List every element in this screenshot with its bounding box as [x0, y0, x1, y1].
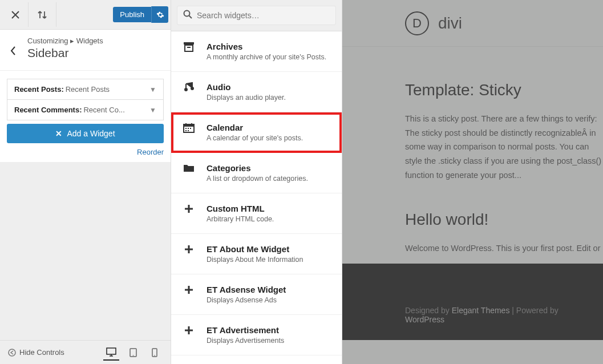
breadcrumb: Customizing ▸ Widgets — [27, 37, 159, 45]
svg-point-5 — [154, 355, 155, 356]
widget-row[interactable]: Recent Posts: Recent Posts ▼ — [7, 79, 164, 100]
customizer-topbar: Publish — [0, 0, 171, 30]
widget-item-description: Displays an audio player. — [207, 94, 334, 102]
widget-item-description: Arbitrary HTML code. — [207, 215, 334, 223]
search-icon — [183, 10, 192, 21]
widget-item-description: A list or dropdown of categories. — [207, 175, 334, 183]
widget-text: Custom HTMLArbitrary HTML code. — [207, 204, 334, 223]
publish-group: Publish — [113, 6, 168, 23]
available-widget-item[interactable]: ET Adsense WidgetDisplays Adsense Ads — [171, 274, 342, 315]
preview-pane: D divi Template: Sticky This is a sticky… — [342, 0, 603, 364]
svg-rect-1 — [107, 348, 116, 354]
widget-row-subtitle: Recent Co... — [83, 106, 124, 114]
search-input[interactable] — [197, 11, 330, 20]
widget-item-title: Calendar — [207, 123, 334, 132]
plus-icon — [181, 204, 196, 214]
widget-item-description: A monthly archive of your site's Posts. — [207, 53, 334, 61]
widget-item-description: Displays About Me Information — [207, 256, 334, 264]
svg-point-6 — [184, 11, 190, 17]
search-container — [171, 0, 342, 31]
hide-controls-button[interactable]: Hide Controls — [8, 348, 64, 357]
back-button[interactable] — [2, 40, 24, 62]
widget-text: ET Adsense WidgetDisplays Adsense Ads — [207, 285, 334, 304]
widget-item-description: Displays Advertisements — [207, 337, 334, 345]
panel-body: Recent Posts: Recent Posts ▼ Recent Comm… — [0, 71, 171, 162]
available-widget-item[interactable]: AudioDisplays an audio player. — [171, 72, 342, 112]
available-widget-item[interactable]: ET AdvertisementDisplays Advertisements — [171, 315, 342, 355]
available-widget-item[interactable]: GalleryDisplays an image gallery. — [171, 355, 342, 364]
widget-row[interactable]: Recent Comments: Recent Co... ▼ — [7, 99, 164, 120]
widget-item-title: ET Adsense Widget — [207, 285, 334, 294]
svg-rect-13 — [188, 128, 189, 129]
svg-rect-7 — [184, 42, 194, 45]
svg-rect-15 — [185, 130, 187, 131]
widget-text: ET AdvertisementDisplays Advertisements — [207, 325, 334, 345]
panel-title: Sidebar — [27, 46, 159, 60]
widget-text: AudioDisplays an audio player. — [207, 82, 334, 102]
widget-item-title: Archives — [207, 42, 334, 51]
widget-row-subtitle: Recent Posts — [66, 85, 110, 94]
device-mobile-button[interactable] — [147, 345, 163, 361]
reorder-link-wrap: Reorder — [7, 148, 164, 156]
svg-rect-8 — [185, 45, 193, 51]
panel-header: Customizing ▸ Widgets Sidebar — [0, 30, 171, 71]
widget-row-title: Recent Posts: — [14, 85, 64, 94]
widget-text: CalendarA calendar of your site's posts. — [207, 123, 334, 142]
plus-icon — [181, 244, 196, 254]
widget-item-title: ET Advertisement — [207, 325, 334, 335]
svg-rect-9 — [187, 47, 191, 48]
widget-item-description: A calendar of your site's posts. — [207, 134, 334, 142]
svg-point-3 — [132, 355, 133, 356]
customizer-sidebar: Publish Customizing ▸ Widgets Sidebar Re… — [0, 0, 171, 364]
available-widget-item[interactable]: Custom HTMLArbitrary HTML code. — [171, 193, 342, 234]
publish-settings-button[interactable] — [151, 6, 168, 23]
available-widget-item[interactable]: ET About Me WidgetDisplays About Me Info… — [171, 234, 342, 274]
svg-rect-16 — [188, 130, 189, 131]
chevron-down-icon: ▼ — [149, 106, 156, 114]
svg-point-0 — [9, 349, 15, 356]
archives-icon — [181, 42, 196, 52]
search-field-wrap[interactable] — [177, 6, 336, 25]
available-widget-item[interactable]: ArchivesA monthly archive of your site's… — [171, 31, 342, 72]
plus-icon — [181, 325, 196, 335]
svg-rect-14 — [190, 128, 191, 129]
widget-item-title: ET About Me Widget — [207, 244, 334, 254]
publish-button[interactable]: Publish — [113, 7, 151, 22]
hide-controls-label: Hide Controls — [19, 348, 64, 357]
calendar-icon — [181, 123, 196, 133]
add-widget-label: Add a Widget — [67, 129, 115, 138]
customizer-footer: Hide Controls — [0, 340, 171, 364]
widget-picker: ArchivesA monthly archive of your site's… — [171, 0, 342, 364]
device-tablet-button[interactable] — [125, 345, 141, 361]
categories-icon — [181, 163, 196, 172]
add-widget-button[interactable]: ✕ Add a Widget — [7, 124, 164, 143]
close-button[interactable] — [2, 2, 28, 27]
widget-item-title: Categories — [207, 163, 334, 173]
reorder-link[interactable]: Reorder — [137, 148, 164, 156]
plus-icon — [181, 285, 196, 295]
widget-item-title: Custom HTML — [207, 204, 334, 213]
widget-text: ET About Me WidgetDisplays About Me Info… — [207, 244, 334, 264]
available-widget-item[interactable]: CalendarA calendar of your site's posts. — [171, 112, 342, 153]
audio-icon — [181, 82, 196, 92]
widget-text: CategoriesA list or dropdown of categori… — [207, 163, 334, 183]
widget-item-description: Displays Adsense Ads — [207, 296, 334, 304]
svg-rect-12 — [185, 128, 187, 129]
divider — [56, 2, 56, 27]
widget-text: ArchivesA monthly archive of your site's… — [207, 42, 334, 61]
available-widget-list: ArchivesA monthly archive of your site's… — [171, 31, 342, 364]
close-icon: ✕ — [55, 129, 62, 138]
available-widget-item[interactable]: CategoriesA list or dropdown of categori… — [171, 153, 342, 193]
chevron-down-icon: ▼ — [149, 86, 156, 94]
preview-dim-overlay — [342, 0, 603, 364]
sort-icon[interactable] — [29, 2, 56, 27]
widget-item-title: Audio — [207, 82, 334, 92]
svg-rect-11 — [184, 124, 194, 127]
sidebar-empty-area — [0, 162, 171, 340]
device-desktop-button[interactable] — [103, 345, 119, 361]
widget-row-title: Recent Comments: — [14, 106, 82, 114]
